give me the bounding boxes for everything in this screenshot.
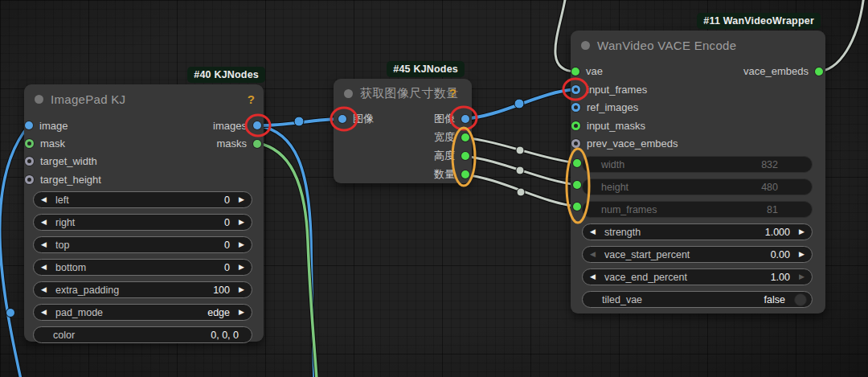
increment-arrow-icon[interactable]: ▶ xyxy=(797,273,806,281)
input-label-prev_vace_embeds: prev_vace_embeds xyxy=(587,137,678,150)
widget-label-num_frames: num_frames xyxy=(600,204,761,215)
link-midpoint-dot[interactable] xyxy=(514,99,524,109)
output-socket-masks[interactable] xyxy=(253,140,261,148)
widget-value-height: 480 xyxy=(761,182,780,193)
input-socket-prev_vace_embeds[interactable] xyxy=(571,139,580,148)
widget-strength[interactable]: ◀strength1.000▶ xyxy=(582,223,813,240)
output-socket-width_cn[interactable] xyxy=(461,133,469,141)
input-socket-target_height[interactable] xyxy=(25,175,34,184)
link-midpoint-dot[interactable] xyxy=(6,309,15,318)
widget-label-extra_padding: extra_padding xyxy=(54,285,207,296)
output-label-height_cn: 高度 xyxy=(434,149,455,163)
widget-label-strength: strength xyxy=(603,227,760,238)
link-midpoint-dot[interactable] xyxy=(516,146,524,154)
output-label-width_cn: 宽度 xyxy=(434,130,455,145)
input-socket-ref_images[interactable] xyxy=(571,103,580,112)
slot-row: target_height xyxy=(24,170,264,188)
increment-arrow-icon[interactable]: ▶ xyxy=(797,251,806,258)
decrement-arrow-icon[interactable]: ◀ xyxy=(39,196,48,203)
input-label-target_width: target_width xyxy=(40,155,97,167)
input-label-target_height: target_height xyxy=(40,174,101,186)
decrement-arrow-icon[interactable]: ◀ xyxy=(588,251,597,258)
output-socket-count_cn[interactable] xyxy=(461,170,469,178)
widget-color[interactable]: color0, 0, 0 xyxy=(33,326,252,343)
decrement-arrow-icon[interactable]: ◀ xyxy=(588,228,597,236)
input-label-vae: vae xyxy=(586,65,603,77)
node-title: WanVideo VACE Encode xyxy=(597,39,736,52)
input-socket-input_masks[interactable] xyxy=(571,121,580,130)
node-get-image-size-count[interactable]: #45 KJNodes 获取图像尺寸数量 ? 图像图像宽度高度数量 xyxy=(334,79,472,183)
input-socket-image_cn[interactable] xyxy=(338,115,346,123)
widget-label-right: right xyxy=(54,217,219,228)
increment-arrow-icon[interactable]: ▶ xyxy=(237,309,246,316)
output-socket-height_cn[interactable] xyxy=(461,152,469,160)
increment-arrow-icon[interactable]: ▶ xyxy=(237,264,246,271)
node-imagepad-kj[interactable]: #40 KJNodes ImagePad KJ ? imageimagesmas… xyxy=(24,84,264,342)
slot-row: vaevace_embeds xyxy=(571,63,825,80)
slot-row: prev_vace_embeds xyxy=(571,134,825,152)
widget-top[interactable]: ◀top0▶ xyxy=(33,236,252,253)
toggle-knob[interactable] xyxy=(794,293,807,306)
link-midpoint-dot[interactable] xyxy=(516,166,524,174)
node-id-badge: #40 KJNodes xyxy=(187,67,265,83)
increment-arrow-icon[interactable]: ▶ xyxy=(237,286,246,293)
increment-arrow-icon[interactable]: ▶ xyxy=(237,196,246,203)
collapse-dot-icon[interactable] xyxy=(35,95,43,104)
increment-arrow-icon[interactable]: ▶ xyxy=(237,241,246,248)
widget-right[interactable]: ◀right0▶ xyxy=(33,214,252,231)
widget-extra_padding[interactable]: ◀extra_padding100▶ xyxy=(33,281,252,298)
widget-value-bottom: 0 xyxy=(224,262,231,273)
slot-row: 数量 xyxy=(334,166,472,184)
decrement-arrow-icon[interactable]: ◀ xyxy=(588,273,597,281)
node-wanvideo-vace-encode[interactable]: #11 WanVideoWrapper WanVideo VACE Encode… xyxy=(571,31,825,313)
input-socket-target_width[interactable] xyxy=(25,157,34,166)
widget-label-top: top xyxy=(54,240,219,251)
collapse-dot-icon[interactable] xyxy=(344,89,353,98)
output-socket-vace_embeds[interactable] xyxy=(815,68,823,76)
input-socket-width[interactable] xyxy=(573,159,581,167)
decrement-arrow-icon[interactable]: ◀ xyxy=(39,219,48,226)
input-socket-height[interactable] xyxy=(573,181,581,189)
node-title: 获取图像尺寸数量 xyxy=(360,86,458,101)
output-socket-image_out_cn[interactable] xyxy=(461,115,469,123)
widget-vace_start_percent[interactable]: ◀vace_start_percent0.00▶ xyxy=(582,246,813,263)
widget-bottom[interactable]: ◀bottom0▶ xyxy=(33,259,252,276)
input-label-input_masks: input_masks xyxy=(587,120,645,132)
input-socket-input_frames[interactable] xyxy=(571,85,580,94)
help-icon[interactable]: ? xyxy=(449,86,457,100)
node-title-bar[interactable]: 获取图像尺寸数量 ? xyxy=(344,84,463,102)
widget-label-tiled_vae: tiled_vae xyxy=(600,294,759,305)
decrement-arrow-icon[interactable]: ◀ xyxy=(39,264,48,271)
node-graph-canvas[interactable]: #40 KJNodes ImagePad KJ ? imageimagesmas… xyxy=(0,0,868,377)
help-icon[interactable]: ? xyxy=(248,92,255,106)
input-socket-num-frames[interactable] xyxy=(573,203,581,211)
node-title-bar[interactable]: ImagePad KJ ? xyxy=(35,90,255,108)
input-socket-vae[interactable] xyxy=(571,68,579,76)
node-title-bar[interactable]: WanVideo VACE Encode xyxy=(581,36,817,54)
collapse-dot-icon[interactable] xyxy=(581,41,590,50)
input-label-ref_images: ref_images xyxy=(587,101,638,113)
slot-row: 宽度 xyxy=(334,129,472,147)
output-label-count_cn: 数量 xyxy=(434,167,455,182)
widget-label-vace_start_percent: vace_start_percent xyxy=(603,249,765,260)
decrement-arrow-icon[interactable]: ◀ xyxy=(39,309,48,316)
widget-width: width832 xyxy=(582,156,813,173)
widget-tiled_vae[interactable]: tiled_vaefalse xyxy=(582,291,813,308)
widget-pad_mode[interactable]: ◀pad_modeedge▶ xyxy=(33,304,252,321)
output-label-image_out_cn: 图像 xyxy=(434,112,455,126)
increment-arrow-icon[interactable]: ▶ xyxy=(237,219,246,226)
output-label-vace_embeds: vace_embeds xyxy=(743,65,809,77)
decrement-arrow-icon[interactable]: ◀ xyxy=(39,241,48,248)
input-socket-image[interactable] xyxy=(25,121,33,129)
slot-row: input_frames xyxy=(571,80,825,98)
increment-arrow-icon[interactable]: ▶ xyxy=(797,228,806,236)
widget-label-color: color xyxy=(51,330,205,341)
link-midpoint-dot[interactable] xyxy=(517,188,525,196)
widget-left[interactable]: ◀left0▶ xyxy=(33,191,252,208)
widget-vace_end_percent[interactable]: ◀vace_end_percent1.00▶ xyxy=(582,268,813,285)
decrement-arrow-icon[interactable]: ◀ xyxy=(39,286,48,293)
link-midpoint-dot[interactable] xyxy=(294,117,304,126)
output-socket-images[interactable] xyxy=(253,121,261,129)
node-title: ImagePad KJ xyxy=(51,92,125,106)
input-socket-mask[interactable] xyxy=(25,139,34,148)
